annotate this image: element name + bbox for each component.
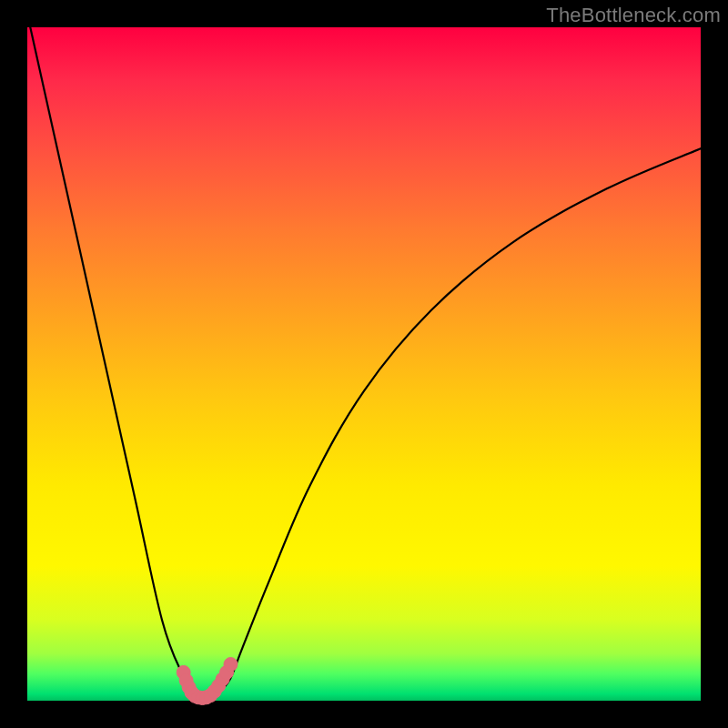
bottleneck-curve bbox=[27, 14, 701, 698]
chart-plot-area bbox=[27, 27, 701, 701]
watermark-text: TheBottleneck.com bbox=[546, 4, 721, 27]
optimal-marker bbox=[224, 658, 238, 672]
chart-svg bbox=[27, 27, 701, 701]
optimal-zone-markers bbox=[177, 658, 238, 705]
